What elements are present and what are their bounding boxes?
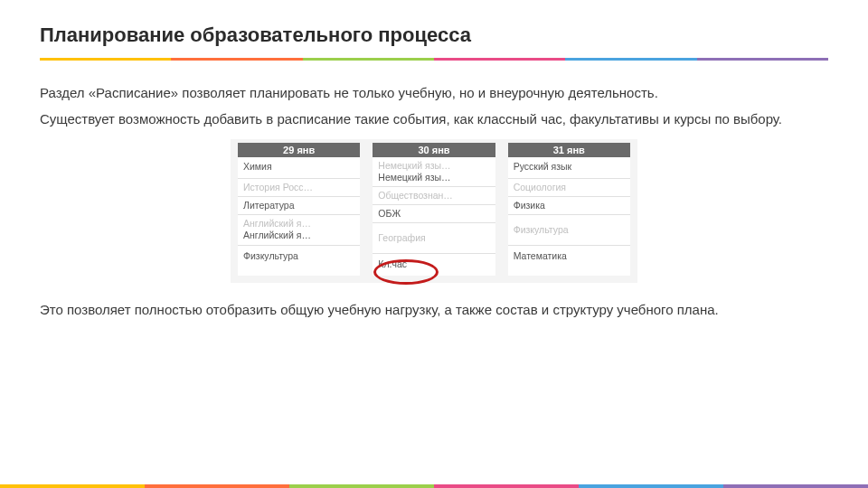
accent-seg-1 bbox=[0, 484, 145, 488]
accent-seg-6 bbox=[723, 484, 868, 488]
accent-seg-4 bbox=[434, 58, 565, 61]
subject-label: Физкультура bbox=[243, 250, 354, 262]
subject-label: География bbox=[378, 232, 489, 244]
schedule-cell: Математика bbox=[508, 246, 630, 267]
schedule-cell: Литература bbox=[238, 197, 360, 215]
subject-label: Математика bbox=[514, 250, 625, 262]
accent-seg-2 bbox=[145, 484, 289, 488]
day-header: 29 янв bbox=[238, 143, 360, 157]
subject-label: Литература bbox=[243, 200, 354, 211]
schedule-cell: Обществознан… bbox=[373, 187, 495, 205]
subject-label: Химия bbox=[243, 161, 354, 173]
schedule-cell: География bbox=[373, 223, 495, 254]
schedule-cell: Физкультура bbox=[508, 215, 630, 246]
intro-paragraph-1: Раздел «Расписание» позволяет планироват… bbox=[40, 82, 828, 103]
subject-label: ОБЖ bbox=[378, 208, 489, 220]
subject-label: Физика bbox=[514, 200, 625, 211]
subject-label: Физкультура bbox=[514, 224, 625, 236]
subject-label: История Росс… bbox=[243, 182, 354, 193]
accent-seg-5 bbox=[565, 58, 696, 61]
subject-label: Английский я… bbox=[243, 218, 354, 230]
schedule-cell: Социология bbox=[508, 179, 630, 197]
subject-label: Английский я… bbox=[243, 230, 354, 241]
schedule-cell: Химия bbox=[238, 157, 360, 179]
schedule-cell: Физкультура bbox=[238, 246, 360, 267]
accent-seg-4 bbox=[434, 484, 579, 488]
day-column: 31 янвРусский языкСоциологияФизикаФизкул… bbox=[508, 143, 630, 277]
day-column: 30 янвНемецкий язы…Немецкий язы…Общество… bbox=[373, 143, 495, 277]
subject-label: Немецкий язы… bbox=[378, 172, 489, 183]
title-underline bbox=[40, 58, 828, 61]
schedule-cell: Английский я…Английский я… bbox=[238, 215, 360, 246]
subject-label: Кл.час bbox=[378, 258, 489, 270]
schedule-cell: История Росс… bbox=[238, 179, 360, 197]
subject-label: Немецкий язы… bbox=[378, 160, 489, 172]
schedule-cell: Физика bbox=[508, 197, 630, 215]
subject-label: Социология bbox=[514, 182, 625, 193]
day-header: 30 янв bbox=[373, 143, 495, 157]
outro-paragraph: Это позволяет полностью отобразить общую… bbox=[40, 299, 828, 320]
schedule-widget: 29 янвХимияИстория Росс…ЛитератураАнглий… bbox=[231, 139, 637, 284]
schedule-cell: Кл.час bbox=[373, 254, 495, 276]
accent-seg-2 bbox=[171, 58, 302, 61]
day-column: 29 янвХимияИстория Росс…ЛитератураАнглий… bbox=[238, 143, 360, 277]
subject-label: Русский язык bbox=[514, 161, 625, 173]
footer-accent-bar bbox=[0, 484, 868, 488]
schedule-cell: ОБЖ bbox=[373, 205, 495, 223]
page-title: Планирование образовательного процесса bbox=[40, 23, 828, 47]
intro-paragraph-2: Существует возможность добавить в распис… bbox=[40, 108, 828, 129]
schedule-cell: Немецкий язы…Немецкий язы… bbox=[373, 157, 495, 187]
accent-seg-3 bbox=[289, 484, 434, 488]
accent-seg-3 bbox=[303, 58, 434, 61]
schedule-cell: Русский язык bbox=[508, 157, 630, 179]
accent-seg-5 bbox=[579, 484, 723, 488]
accent-seg-1 bbox=[40, 58, 171, 61]
subject-label: Обществознан… bbox=[378, 190, 489, 202]
accent-seg-6 bbox=[697, 58, 828, 61]
day-header: 31 янв bbox=[508, 143, 630, 157]
